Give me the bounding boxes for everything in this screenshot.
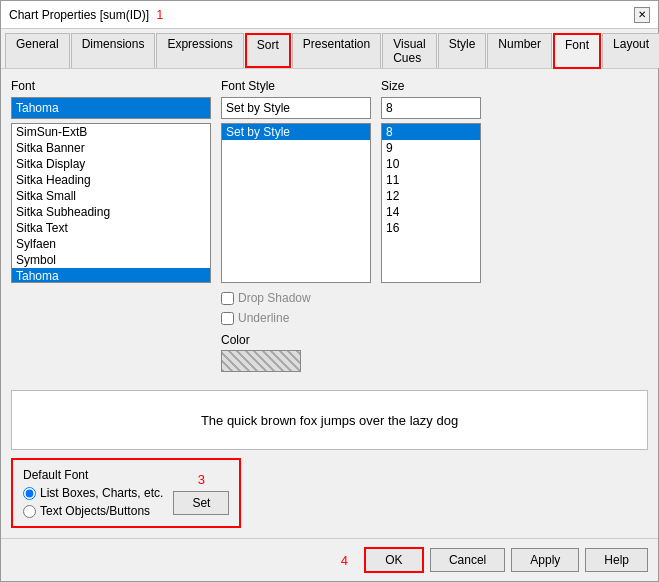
radio-list-boxes-label: List Boxes, Charts, etc. — [40, 486, 163, 500]
list-item[interactable]: Sitka Banner — [12, 140, 210, 156]
list-item-set-by-style[interactable]: Set by Style — [222, 124, 370, 140]
list-item-8[interactable]: 8 — [382, 124, 480, 140]
size-input[interactable] — [381, 97, 481, 119]
list-item-12[interactable]: 12 — [382, 188, 480, 204]
tab-style[interactable]: Style — [438, 33, 487, 68]
list-item[interactable]: Symbol — [12, 252, 210, 268]
preview-box: The quick brown fox jumps over the lazy … — [11, 390, 648, 450]
close-button[interactable]: ✕ — [634, 7, 650, 23]
radio-list-boxes-input[interactable] — [23, 487, 36, 500]
underline-row: Underline — [221, 311, 371, 325]
list-item[interactable]: Sylfaen — [12, 236, 210, 252]
list-item-14[interactable]: 14 — [382, 204, 480, 220]
font-controls-row: Font SimSun-ExtB Sitka Banner Sitka Disp… — [11, 79, 648, 382]
list-item-9[interactable]: 9 — [382, 140, 480, 156]
dialog: Chart Properties [sum(ID)] 1 ✕ General D… — [0, 0, 659, 582]
drop-shadow-label: Drop Shadow — [238, 291, 311, 305]
font-style-column: Font Style Set by Style Drop Shadow Unde… — [221, 79, 371, 382]
underline-checkbox[interactable] — [221, 312, 234, 325]
apply-button[interactable]: Apply — [511, 548, 579, 572]
title-bar: Chart Properties [sum(ID)] 1 ✕ — [1, 1, 658, 29]
underline-label: Underline — [238, 311, 289, 325]
default-font-box: Default Font List Boxes, Charts, etc. Te… — [11, 458, 241, 528]
default-font-label: Default Font — [23, 468, 163, 482]
bottom-bar: 4 OK Cancel Apply Help — [1, 538, 658, 581]
tab-expressions[interactable]: Expressions — [156, 33, 243, 68]
list-item[interactable]: Sitka Display — [12, 156, 210, 172]
list-item[interactable]: Sitka Heading — [12, 172, 210, 188]
checkboxes: Drop Shadow Underline — [221, 291, 371, 325]
list-item[interactable]: Sitka Text — [12, 220, 210, 236]
font-style-list[interactable]: Set by Style — [221, 123, 371, 283]
radio-text-objects-input[interactable] — [23, 505, 36, 518]
list-item[interactable]: Sitka Subheading — [12, 204, 210, 220]
set-button[interactable]: Set — [173, 491, 229, 515]
help-button[interactable]: Help — [585, 548, 648, 572]
tab-dimensions[interactable]: Dimensions — [71, 33, 156, 68]
font-style-label: Font Style — [221, 79, 371, 93]
tab-number[interactable]: Number — [487, 33, 552, 68]
list-item-11[interactable]: 11 — [382, 172, 480, 188]
default-font-number: 3 — [198, 472, 205, 487]
font-input[interactable] — [11, 97, 211, 119]
cancel-button[interactable]: Cancel — [430, 548, 505, 572]
tab-visual-cues[interactable]: Visual Cues — [382, 33, 436, 68]
color-swatch[interactable] — [221, 350, 301, 372]
color-label: Color — [221, 333, 371, 347]
radio-text-objects: Text Objects/Buttons — [23, 504, 163, 518]
tab-layout[interactable]: Layout — [602, 33, 659, 68]
size-label: Size — [381, 79, 481, 93]
list-item-16[interactable]: 16 — [382, 220, 480, 236]
drop-shadow-row: Drop Shadow — [221, 291, 371, 305]
title-text: Chart Properties [sum(ID)] — [9, 8, 149, 22]
default-font-wrapper: Default Font List Boxes, Charts, etc. Te… — [11, 458, 648, 528]
tab-presentation[interactable]: Presentation — [292, 33, 381, 68]
dialog-title: Chart Properties [sum(ID)] 1 — [9, 8, 163, 22]
list-item-10[interactable]: 10 — [382, 156, 480, 172]
tab-general[interactable]: General — [5, 33, 70, 68]
list-item[interactable]: SimSun-ExtB — [12, 124, 210, 140]
size-column: Size 8 9 10 11 12 14 16 — [381, 79, 481, 382]
tab-bar: General Dimensions Expressions Sort Pres… — [1, 29, 658, 69]
list-item-tahoma[interactable]: Tahoma — [12, 268, 210, 283]
preview-text: The quick brown fox jumps over the lazy … — [201, 413, 458, 428]
color-section: Color — [221, 333, 371, 372]
list-item[interactable]: Sitka Small — [12, 188, 210, 204]
font-style-input[interactable] — [221, 97, 371, 119]
ok-button[interactable]: OK — [364, 547, 424, 573]
tab-font[interactable]: Font — [553, 33, 601, 69]
main-content: Font SimSun-ExtB Sitka Banner Sitka Disp… — [1, 69, 658, 538]
title-number: 1 — [156, 8, 163, 22]
font-column: Font SimSun-ExtB Sitka Banner Sitka Disp… — [11, 79, 211, 382]
tab-sort[interactable]: Sort — [245, 33, 291, 68]
bottom-number: 4 — [341, 553, 348, 568]
size-list[interactable]: 8 9 10 11 12 14 16 — [381, 123, 481, 283]
drop-shadow-checkbox[interactable] — [221, 292, 234, 305]
default-font-section: Default Font List Boxes, Charts, etc. Te… — [23, 468, 163, 518]
font-list[interactable]: SimSun-ExtB Sitka Banner Sitka Display S… — [11, 123, 211, 283]
radio-list-boxes: List Boxes, Charts, etc. — [23, 486, 163, 500]
radio-text-objects-label: Text Objects/Buttons — [40, 504, 150, 518]
font-label: Font — [11, 79, 211, 93]
